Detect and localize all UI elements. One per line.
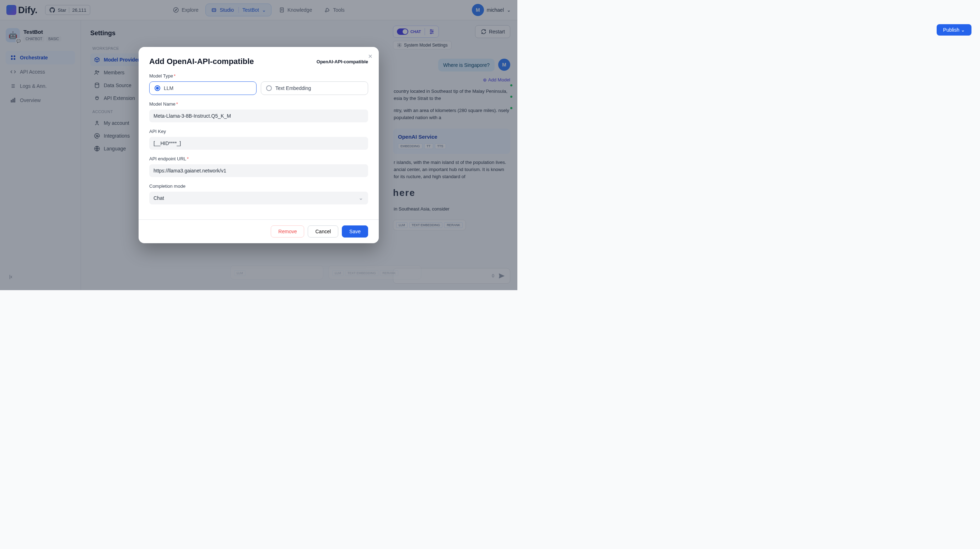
modal-header: Add OpenAI-API-compatible OpenAI-API-com… [138,47,379,70]
label-api-endpoint: API endpoint URL* [149,156,368,161]
field-model-type: Model Type* LLM Text Embedding [149,73,368,95]
radio-icon [154,85,160,91]
field-completion-mode: Completion mode Chat [149,184,368,204]
label-model-type: Model Type* [149,73,368,78]
select-value: Chat [149,192,368,204]
field-api-key: API Key [149,129,368,150]
add-model-modal: × Add OpenAI-API-compatible OpenAI-API-c… [138,47,379,243]
label-model-name: Model Name* [149,101,368,107]
save-button[interactable]: Save [342,225,368,238]
radio-row: LLM Text Embedding [149,81,368,95]
select-completion-mode[interactable]: Chat [149,192,368,204]
radio-llm-label: LLM [164,85,173,91]
modal-body: Model Type* LLM Text Embedding Model Nam… [138,70,379,219]
input-api-key[interactable] [149,137,368,150]
remove-button[interactable]: Remove [271,225,304,238]
label-completion-mode: Completion mode [149,184,368,189]
radio-embedding-label: Text Embedding [275,85,311,91]
input-api-endpoint[interactable] [149,164,368,177]
modal-subtitle: OpenAI-API-compatible [317,59,368,64]
radio-llm[interactable]: LLM [149,81,256,95]
field-model-name: Model Name* [149,101,368,122]
label-api-key: API Key [149,129,368,134]
modal-close-button[interactable]: × [368,53,372,60]
modal-footer: Remove Cancel Save [138,219,379,243]
modal-overlay: × Add OpenAI-API-compatible OpenAI-API-c… [0,0,517,290]
modal-title: Add OpenAI-API-compatible [149,57,254,66]
radio-icon [266,85,272,91]
field-api-endpoint: API endpoint URL* [149,156,368,177]
input-model-name[interactable] [149,110,368,122]
radio-text-embedding[interactable]: Text Embedding [261,81,368,95]
cancel-button[interactable]: Cancel [308,225,338,238]
